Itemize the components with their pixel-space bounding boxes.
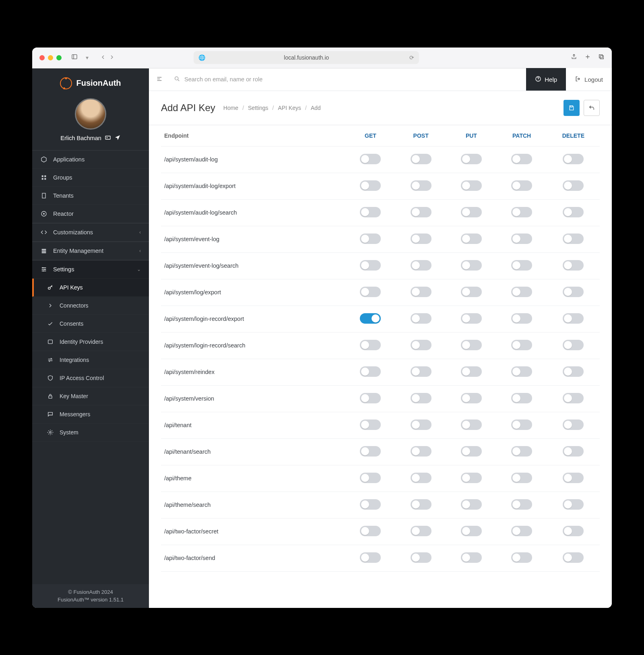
sidebar-item-settings[interactable]: Settings ⌄ — [32, 260, 149, 279]
permission-toggle[interactable] — [563, 473, 584, 483]
permission-toggle[interactable] — [563, 207, 584, 217]
permission-toggle[interactable] — [563, 180, 584, 191]
sidebar-sub-system[interactable]: System — [32, 424, 149, 442]
permission-toggle[interactable] — [511, 340, 532, 350]
permission-toggle[interactable] — [360, 393, 381, 403]
permission-toggle[interactable] — [461, 287, 482, 297]
back-button[interactable] — [100, 54, 106, 62]
permission-toggle[interactable] — [563, 446, 584, 457]
id-card-icon[interactable] — [105, 134, 111, 142]
permission-toggle[interactable] — [360, 180, 381, 191]
permission-toggle[interactable] — [461, 526, 482, 536]
sidebar-item-reactor[interactable]: Reactor — [32, 205, 149, 223]
refresh-icon[interactable]: ⟳ — [409, 54, 414, 61]
breadcrumb-segment[interactable]: Home — [223, 105, 238, 111]
permission-toggle[interactable] — [511, 180, 532, 191]
permission-toggle[interactable] — [360, 233, 381, 244]
permission-toggle[interactable] — [411, 366, 431, 377]
logout-button[interactable]: Logout — [566, 68, 612, 91]
method-header-post[interactable]: POST — [396, 125, 446, 147]
permission-toggle[interactable] — [563, 260, 584, 271]
breadcrumb-segment[interactable]: Settings — [248, 105, 268, 111]
sidebar-sub-connectors[interactable]: Connectors — [32, 297, 149, 315]
permission-toggle[interactable] — [411, 180, 431, 191]
permission-toggle[interactable] — [563, 340, 584, 350]
sidebar-sub-key-master[interactable]: Key Master — [32, 387, 149, 405]
chevron-down-icon[interactable]: ▾ — [83, 54, 91, 61]
sidebar-item-applications[interactable]: Applications — [32, 151, 149, 169]
permission-toggle[interactable] — [461, 260, 482, 271]
permission-toggle[interactable] — [511, 313, 532, 324]
permission-toggle[interactable] — [411, 233, 431, 244]
permission-toggle[interactable] — [563, 233, 584, 244]
maximize-window-button[interactable] — [56, 55, 62, 60]
permission-toggle[interactable] — [511, 366, 532, 377]
permission-toggle[interactable] — [511, 260, 532, 271]
permission-toggle[interactable] — [563, 313, 584, 324]
permission-toggle[interactable] — [461, 419, 482, 430]
address-bar[interactable]: 🌐 local.fusionauth.io ⟳ — [194, 51, 419, 64]
permission-toggle[interactable] — [360, 419, 381, 430]
sidebar-item-tenants[interactable]: Tenants — [32, 187, 149, 205]
permission-toggle[interactable] — [461, 340, 482, 350]
logo[interactable]: FusionAuth — [32, 68, 149, 93]
method-header-get[interactable]: GET — [345, 125, 396, 147]
sidebar-sub-api-keys[interactable]: API Keys — [32, 279, 149, 297]
permission-toggle[interactable] — [411, 207, 431, 217]
permission-toggle[interactable] — [411, 393, 431, 403]
permission-toggle[interactable] — [360, 207, 381, 217]
search-input[interactable] — [184, 76, 522, 83]
minimize-window-button[interactable] — [48, 55, 53, 60]
permission-toggle[interactable] — [563, 419, 584, 430]
permission-toggle[interactable] — [563, 287, 584, 297]
permission-toggle[interactable] — [563, 552, 584, 563]
permission-toggle[interactable] — [461, 473, 482, 483]
avatar[interactable] — [75, 98, 106, 130]
save-button[interactable] — [564, 100, 580, 116]
permission-toggle[interactable] — [563, 366, 584, 377]
collapse-sidebar-button[interactable] — [149, 76, 170, 83]
permission-toggle[interactable] — [511, 233, 532, 244]
method-header-put[interactable]: PUT — [446, 125, 496, 147]
method-header-delete[interactable]: DELETE — [547, 125, 600, 147]
permission-toggle[interactable] — [563, 526, 584, 536]
permission-toggle[interactable] — [461, 499, 482, 510]
permission-toggle[interactable] — [461, 446, 482, 457]
permission-toggle[interactable] — [360, 552, 381, 563]
permission-toggle[interactable] — [511, 526, 532, 536]
help-button[interactable]: Help — [526, 68, 566, 91]
permission-toggle[interactable] — [461, 552, 482, 563]
permission-toggle[interactable] — [511, 446, 532, 457]
permission-toggle[interactable] — [511, 419, 532, 430]
permission-toggle[interactable] — [461, 366, 482, 377]
permission-toggle[interactable] — [563, 154, 584, 164]
permission-toggle[interactable] — [411, 313, 431, 324]
method-header-patch[interactable]: PATCH — [497, 125, 547, 147]
permission-toggle[interactable] — [411, 473, 431, 483]
share-icon[interactable] — [571, 54, 577, 62]
permission-toggle[interactable] — [360, 340, 381, 350]
permission-toggle[interactable] — [360, 154, 381, 164]
permission-toggle[interactable] — [511, 154, 532, 164]
permission-toggle[interactable] — [411, 552, 431, 563]
permission-toggle[interactable] — [360, 473, 381, 483]
new-tab-icon[interactable] — [584, 54, 591, 62]
sidebar-item-groups[interactable]: Groups — [32, 169, 149, 187]
sidebar-toggle-icon[interactable] — [71, 54, 78, 62]
breadcrumb-segment[interactable]: API Keys — [278, 105, 301, 111]
permission-toggle[interactable] — [360, 260, 381, 271]
tabs-icon[interactable] — [598, 54, 605, 62]
permission-toggle[interactable] — [411, 260, 431, 271]
sidebar-sub-identity-providers[interactable]: Identity Providers — [32, 333, 149, 351]
permission-toggle[interactable] — [563, 499, 584, 510]
permission-toggle[interactable] — [360, 499, 381, 510]
permission-toggle[interactable] — [360, 287, 381, 297]
sidebar-item-entity-management[interactable]: Entity Management ‹ — [32, 242, 149, 260]
permission-toggle[interactable] — [563, 393, 584, 403]
sidebar-sub-messengers[interactable]: Messengers — [32, 405, 149, 424]
permission-toggle[interactable] — [411, 526, 431, 536]
permission-toggle[interactable] — [461, 313, 482, 324]
permission-toggle[interactable] — [461, 180, 482, 191]
permission-toggle[interactable] — [511, 552, 532, 563]
sidebar-sub-integrations[interactable]: Integrations — [32, 351, 149, 369]
